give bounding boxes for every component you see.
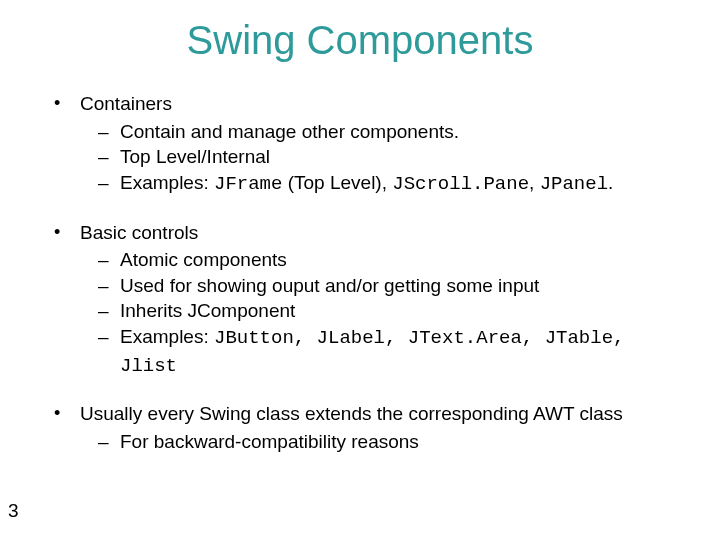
sub-list: For backward-compatibility reasons <box>80 429 690 455</box>
sub-item: Examples: JButton, JLabel, JText.Area, J… <box>98 324 690 379</box>
slide: Swing Components Containers Contain and … <box>0 0 720 540</box>
bullet-head: Usually every Swing class extends the co… <box>80 403 623 424</box>
sub-item: Used for showing ouput and/or getting so… <box>98 273 690 299</box>
sub-list: Atomic components Used for showing ouput… <box>80 247 690 379</box>
text: Examples: <box>120 172 214 193</box>
slide-body: Containers Contain and manage other comp… <box>0 73 720 455</box>
code: JScroll.Pane <box>392 173 529 195</box>
sub-item: Contain and manage other components. <box>98 119 690 145</box>
bullet-basic-controls: Basic controls Atomic components Used fo… <box>54 220 690 380</box>
sub-item: For backward-compatibility reasons <box>98 429 690 455</box>
text: , <box>529 172 540 193</box>
text: . <box>608 172 613 193</box>
bullet-head: Containers <box>80 93 172 114</box>
slide-title: Swing Components <box>0 0 720 73</box>
bullet-awt-extends: Usually every Swing class extends the co… <box>54 401 690 454</box>
page-number: 3 <box>8 500 19 522</box>
bullet-list: Containers Contain and manage other comp… <box>30 91 690 455</box>
sub-item: Inherits JComponent <box>98 298 690 324</box>
sub-item: Top Level/Internal <box>98 144 690 170</box>
text: (Top Level), <box>282 172 392 193</box>
sub-list: Contain and manage other components. Top… <box>80 119 690 198</box>
code: JFrame <box>214 173 282 195</box>
bullet-head: Basic controls <box>80 222 198 243</box>
bullet-containers: Containers Contain and manage other comp… <box>54 91 690 198</box>
sub-item: Atomic components <box>98 247 690 273</box>
sub-item: Examples: JFrame (Top Level), JScroll.Pa… <box>98 170 690 198</box>
text: Examples: <box>120 326 214 347</box>
code: JPanel <box>540 173 608 195</box>
